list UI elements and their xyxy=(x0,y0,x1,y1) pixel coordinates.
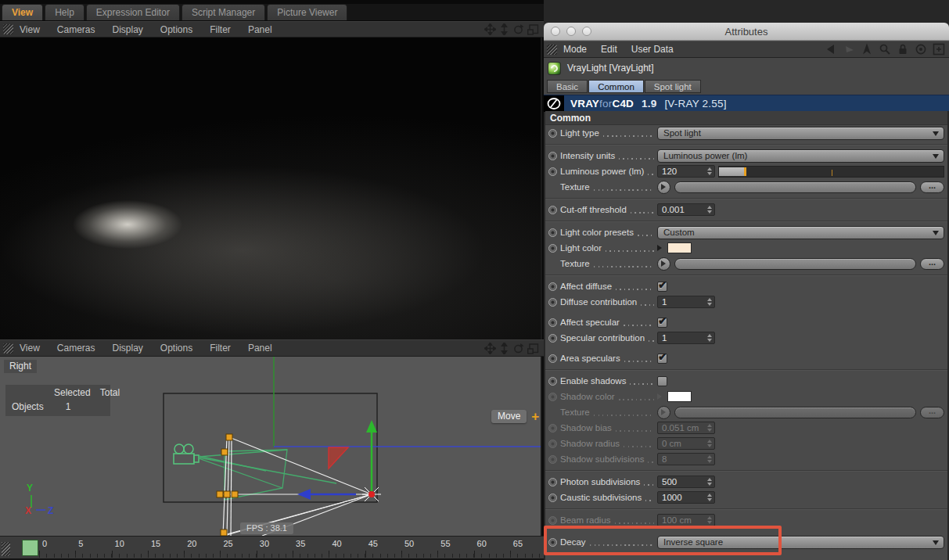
viewport2-menu-panel[interactable]: Panel xyxy=(248,343,272,354)
window-tab-view[interactable]: View xyxy=(2,4,43,20)
spinner-icon[interactable] xyxy=(707,422,712,434)
current-frame-marker[interactable] xyxy=(22,540,38,556)
texture-expand-button[interactable] xyxy=(657,406,670,419)
texture-browse-button[interactable]: ... xyxy=(920,407,944,418)
beam-radius-field[interactable]: 100 cm xyxy=(657,514,715,526)
attribute-tab-basic[interactable]: Basic xyxy=(547,80,588,93)
light-type-dropdown[interactable]: Spot light xyxy=(657,127,944,140)
luminous-power-lm-slider[interactable] xyxy=(718,166,944,178)
panel-grip-icon[interactable] xyxy=(3,343,13,354)
viewport-view-label[interactable]: Right xyxy=(4,360,37,373)
keyframe-circle[interactable] xyxy=(548,455,557,464)
keyframe-circle[interactable] xyxy=(548,516,557,525)
intensity-units-dropdown[interactable]: Luminous power (lm) xyxy=(657,149,944,163)
texture-browse-button[interactable]: ... xyxy=(920,181,944,193)
viewport2-menu-filter[interactable]: Filter xyxy=(210,343,231,354)
viewport1-menu-display[interactable]: Display xyxy=(112,24,142,35)
luminous-power-lm-field[interactable]: 120 xyxy=(657,165,715,178)
attributes-menu-edit[interactable]: Edit xyxy=(601,44,617,55)
dolly-icon[interactable] xyxy=(499,23,509,35)
spinner-icon[interactable] xyxy=(707,296,712,308)
keyframe-circle[interactable] xyxy=(548,440,557,448)
render-viewport[interactable] xyxy=(0,38,542,339)
expand-triangle-icon[interactable] xyxy=(657,393,665,400)
decay-dropdown[interactable]: Inverse square xyxy=(657,536,944,549)
attribute-tab-common[interactable]: Common xyxy=(588,80,644,93)
wireframe-viewport[interactable]: Y X Z Right Selected Total Objects 1 FPS… xyxy=(0,357,542,536)
viewport1-menu-view[interactable]: View xyxy=(20,24,40,35)
window-tab-script-manager[interactable]: Script Manager xyxy=(182,4,265,20)
pan-icon[interactable] xyxy=(484,343,496,354)
timeline-grip-icon[interactable] xyxy=(2,542,10,556)
keyframe-circle[interactable] xyxy=(548,334,557,343)
viewport1-menu-panel[interactable]: Panel xyxy=(248,24,272,35)
keyframe-circle[interactable] xyxy=(548,424,557,433)
keyframe-circle[interactable] xyxy=(548,393,557,401)
texture-link-field[interactable] xyxy=(674,407,916,418)
attributes-menu-mode[interactable]: Mode xyxy=(563,44,587,55)
panel-grip-icon[interactable] xyxy=(547,45,557,55)
timeline[interactable]: 05101520253035404550556065 xyxy=(0,536,544,560)
dolly-icon[interactable] xyxy=(499,343,509,354)
texture-expand-button[interactable] xyxy=(657,181,670,194)
keyframe-circle[interactable] xyxy=(548,206,557,214)
spinner-icon[interactable] xyxy=(707,491,712,504)
keyframe-circle[interactable] xyxy=(548,538,557,547)
cut-off-threshold-field[interactable]: 0.001 xyxy=(657,203,715,216)
spinner-icon[interactable] xyxy=(707,165,712,178)
photon-subdivisions-field[interactable]: 500 xyxy=(657,476,715,488)
rotate-icon[interactable] xyxy=(512,23,524,35)
texture-expand-button[interactable] xyxy=(657,257,670,271)
viewport2-menu-cameras[interactable]: Cameras xyxy=(57,343,95,354)
history-back-icon[interactable] xyxy=(825,43,837,56)
area-speculars-checkbox[interactable]: ✔ xyxy=(657,354,667,364)
keyframe-circle[interactable] xyxy=(548,354,557,363)
shadow-radius-field[interactable]: 0 cm xyxy=(657,437,715,450)
affect-specular-checkbox[interactable]: ✔ xyxy=(657,318,667,328)
enable-shadows-checkbox[interactable] xyxy=(657,376,667,386)
spinner-icon[interactable] xyxy=(707,203,712,216)
viewport1-menu-options[interactable]: Options xyxy=(160,24,192,35)
toggle-view-icon[interactable] xyxy=(527,343,539,354)
keyframe-circle[interactable] xyxy=(548,152,557,160)
rotate-icon[interactable] xyxy=(512,343,524,354)
keyframe-circle[interactable] xyxy=(548,318,557,327)
viewport2-menu-options[interactable]: Options xyxy=(160,343,192,354)
specular-contribution-field[interactable]: 1 xyxy=(657,332,715,344)
keyframe-circle[interactable] xyxy=(548,167,557,176)
spinner-icon[interactable] xyxy=(707,332,712,344)
shadow-bias-field[interactable]: 0.051 cm xyxy=(657,422,715,434)
texture-browse-button[interactable]: ... xyxy=(920,258,944,270)
light-color-swatch[interactable] xyxy=(667,242,692,253)
shadow-subdivisions-field[interactable]: 8 xyxy=(657,453,715,465)
slider-handle-tick[interactable] xyxy=(744,167,746,176)
keyframe-circle[interactable] xyxy=(548,494,557,502)
spinner-icon[interactable] xyxy=(707,476,712,488)
keyframe-circle[interactable] xyxy=(548,129,557,138)
diffuse-contribution-field[interactable]: 1 xyxy=(657,296,715,308)
panel-grip-icon[interactable] xyxy=(3,24,13,34)
shadow-color-swatch[interactable] xyxy=(667,391,692,402)
arrow-cursor-icon[interactable] xyxy=(861,43,873,56)
history-forward-icon[interactable] xyxy=(843,43,855,56)
keyframe-circle[interactable] xyxy=(548,377,557,386)
attributes-menu-user-data[interactable]: User Data xyxy=(631,44,674,55)
lock-icon[interactable] xyxy=(897,43,909,56)
affect-diffuse-checkbox[interactable]: ✔ xyxy=(657,282,667,292)
selected-object-row[interactable]: VrayLight [VrayLight] xyxy=(544,58,949,78)
pan-icon[interactable] xyxy=(484,23,496,35)
attributes-titlebar[interactable]: Attributes xyxy=(544,23,949,41)
keyframe-circle[interactable] xyxy=(548,244,557,253)
window-tab-help[interactable]: Help xyxy=(45,4,84,20)
attribute-tab-spot-light[interactable]: Spot light xyxy=(645,80,701,93)
keyframe-circle[interactable] xyxy=(548,282,557,291)
light-color-presets-dropdown[interactable]: Custom xyxy=(657,226,944,239)
search-icon[interactable] xyxy=(879,43,891,56)
expand-triangle-icon[interactable] xyxy=(657,245,665,251)
viewport1-menu-filter[interactable]: Filter xyxy=(210,24,231,35)
viewport2-menu-display[interactable]: Display xyxy=(112,343,142,354)
texture-link-field[interactable] xyxy=(674,258,916,270)
viewport1-menu-cameras[interactable]: Cameras xyxy=(57,24,95,35)
keyframe-circle[interactable] xyxy=(548,228,557,237)
toggle-view-icon[interactable] xyxy=(527,23,539,35)
